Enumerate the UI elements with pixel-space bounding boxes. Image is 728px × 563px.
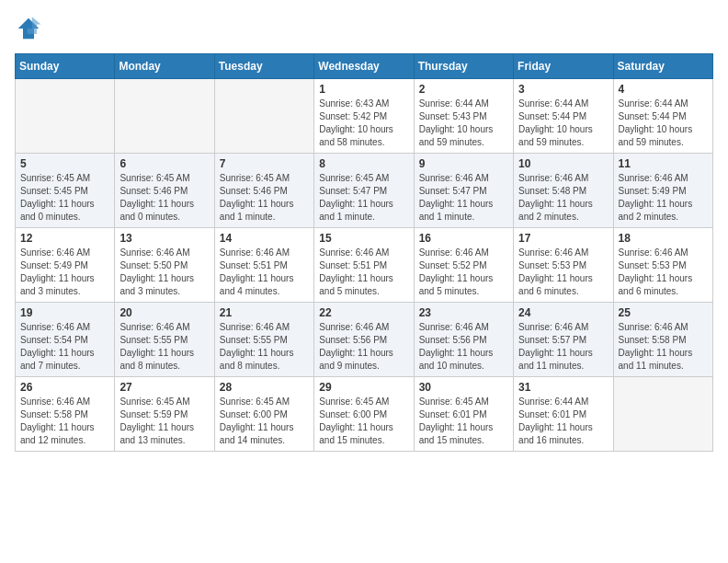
calendar-cell: 10Sunrise: 6:46 AM Sunset: 5:48 PM Dayli… — [514, 154, 613, 228]
col-header-thursday: Thursday — [414, 54, 513, 79]
calendar-cell: 4Sunrise: 6:44 AM Sunset: 5:44 PM Daylig… — [613, 79, 712, 154]
calendar-cell: 21Sunrise: 6:46 AM Sunset: 5:55 PM Dayli… — [214, 303, 313, 377]
calendar-cell: 28Sunrise: 6:45 AM Sunset: 6:00 PM Dayli… — [214, 377, 313, 452]
page-header — [15, 15, 713, 42]
day-info: Sunrise: 6:43 AM Sunset: 5:42 PM Dayligh… — [319, 98, 408, 149]
calendar-cell: 29Sunrise: 6:45 AM Sunset: 6:00 PM Dayli… — [314, 377, 414, 452]
calendar-cell: 23Sunrise: 6:46 AM Sunset: 5:56 PM Dayli… — [414, 303, 513, 377]
calendar-cell: 22Sunrise: 6:46 AM Sunset: 5:56 PM Dayli… — [314, 303, 414, 377]
calendar-cell: 25Sunrise: 6:46 AM Sunset: 5:58 PM Dayli… — [613, 303, 712, 377]
day-info: Sunrise: 6:44 AM Sunset: 6:01 PM Dayligh… — [518, 396, 608, 447]
col-header-saturday: Saturday — [613, 54, 712, 79]
col-header-tuesday: Tuesday — [214, 54, 313, 79]
day-number: 5 — [20, 157, 109, 170]
day-info: Sunrise: 6:45 AM Sunset: 6:00 PM Dayligh… — [319, 396, 408, 447]
day-info: Sunrise: 6:45 AM Sunset: 5:46 PM Dayligh… — [220, 172, 309, 224]
calendar-cell — [613, 377, 712, 452]
day-number: 7 — [220, 157, 309, 170]
calendar-cell: 17Sunrise: 6:46 AM Sunset: 5:53 PM Dayli… — [514, 228, 613, 303]
day-number: 8 — [319, 157, 408, 170]
day-number: 13 — [119, 232, 209, 245]
day-number: 21 — [220, 306, 309, 319]
day-info: Sunrise: 6:45 AM Sunset: 6:00 PM Dayligh… — [220, 396, 309, 447]
day-info: Sunrise: 6:45 AM Sunset: 5:47 PM Dayligh… — [319, 172, 408, 224]
day-number: 22 — [319, 306, 408, 319]
calendar-cell: 6Sunrise: 6:45 AM Sunset: 5:46 PM Daylig… — [115, 154, 214, 228]
calendar-cell: 2Sunrise: 6:44 AM Sunset: 5:43 PM Daylig… — [414, 79, 513, 154]
day-number: 11 — [619, 157, 708, 170]
day-info: Sunrise: 6:45 AM Sunset: 5:46 PM Dayligh… — [119, 172, 209, 224]
col-header-friday: Friday — [514, 54, 613, 79]
col-header-sunday: Sunday — [16, 54, 115, 79]
day-number: 14 — [220, 232, 309, 245]
day-number: 28 — [220, 381, 309, 394]
calendar-cell: 31Sunrise: 6:44 AM Sunset: 6:01 PM Dayli… — [514, 377, 613, 452]
calendar-cell: 7Sunrise: 6:45 AM Sunset: 5:46 PM Daylig… — [214, 154, 313, 228]
calendar-table: SundayMondayTuesdayWednesdayThursdayFrid… — [15, 53, 713, 452]
calendar-week-3: 12Sunrise: 6:46 AM Sunset: 5:49 PM Dayli… — [16, 228, 713, 303]
day-number: 15 — [319, 232, 408, 245]
day-number: 23 — [419, 306, 508, 319]
day-info: Sunrise: 6:46 AM Sunset: 5:58 PM Dayligh… — [20, 396, 109, 447]
calendar-cell: 3Sunrise: 6:44 AM Sunset: 5:44 PM Daylig… — [514, 79, 613, 154]
day-info: Sunrise: 6:46 AM Sunset: 5:55 PM Dayligh… — [119, 321, 209, 373]
calendar-cell: 30Sunrise: 6:45 AM Sunset: 6:01 PM Dayli… — [414, 377, 513, 452]
day-number: 26 — [20, 381, 109, 394]
day-info: Sunrise: 6:46 AM Sunset: 5:54 PM Dayligh… — [20, 321, 109, 373]
day-info: Sunrise: 6:45 AM Sunset: 5:45 PM Dayligh… — [20, 172, 109, 224]
day-number: 4 — [619, 83, 708, 96]
day-info: Sunrise: 6:46 AM Sunset: 5:51 PM Dayligh… — [319, 247, 408, 298]
day-number: 27 — [119, 381, 209, 394]
calendar-cell — [16, 79, 115, 154]
day-info: Sunrise: 6:46 AM Sunset: 5:53 PM Dayligh… — [518, 247, 608, 298]
calendar-cell — [214, 79, 313, 154]
day-info: Sunrise: 6:44 AM Sunset: 5:44 PM Dayligh… — [619, 98, 708, 149]
calendar-cell: 12Sunrise: 6:46 AM Sunset: 5:49 PM Dayli… — [16, 228, 115, 303]
day-info: Sunrise: 6:46 AM Sunset: 5:55 PM Dayligh… — [220, 321, 309, 373]
calendar-cell: 15Sunrise: 6:46 AM Sunset: 5:51 PM Dayli… — [314, 228, 414, 303]
day-info: Sunrise: 6:46 AM Sunset: 5:50 PM Dayligh… — [119, 247, 209, 298]
day-info: Sunrise: 6:46 AM Sunset: 5:58 PM Dayligh… — [619, 321, 708, 373]
day-number: 10 — [518, 157, 608, 170]
day-info: Sunrise: 6:46 AM Sunset: 5:56 PM Dayligh… — [419, 321, 508, 373]
col-header-monday: Monday — [115, 54, 214, 79]
day-info: Sunrise: 6:46 AM Sunset: 5:47 PM Dayligh… — [419, 172, 508, 224]
day-info: Sunrise: 6:46 AM Sunset: 5:48 PM Dayligh… — [518, 172, 608, 224]
day-number: 25 — [619, 306, 708, 319]
calendar-cell — [115, 79, 214, 154]
day-number: 3 — [518, 83, 608, 96]
header-row: SundayMondayTuesdayWednesdayThursdayFrid… — [16, 54, 713, 79]
calendar-cell: 16Sunrise: 6:46 AM Sunset: 5:52 PM Dayli… — [414, 228, 513, 303]
calendar-week-4: 19Sunrise: 6:46 AM Sunset: 5:54 PM Dayli… — [16, 303, 713, 377]
day-number: 9 — [419, 157, 508, 170]
calendar-cell: 19Sunrise: 6:46 AM Sunset: 5:54 PM Dayli… — [16, 303, 115, 377]
day-info: Sunrise: 6:46 AM Sunset: 5:53 PM Dayligh… — [619, 247, 708, 298]
day-number: 31 — [518, 381, 608, 394]
calendar-week-1: 1Sunrise: 6:43 AM Sunset: 5:42 PM Daylig… — [16, 79, 713, 154]
calendar-week-2: 5Sunrise: 6:45 AM Sunset: 5:45 PM Daylig… — [16, 154, 713, 228]
day-info: Sunrise: 6:44 AM Sunset: 5:43 PM Dayligh… — [419, 98, 508, 149]
calendar-cell: 14Sunrise: 6:46 AM Sunset: 5:51 PM Dayli… — [214, 228, 313, 303]
calendar-cell: 27Sunrise: 6:45 AM Sunset: 5:59 PM Dayli… — [115, 377, 214, 452]
day-info: Sunrise: 6:46 AM Sunset: 5:49 PM Dayligh… — [619, 172, 708, 224]
day-number: 20 — [119, 306, 209, 319]
day-number: 6 — [119, 157, 209, 170]
day-number: 12 — [20, 232, 109, 245]
day-info: Sunrise: 6:46 AM Sunset: 5:52 PM Dayligh… — [419, 247, 508, 298]
day-number: 18 — [619, 232, 708, 245]
calendar-cell: 1Sunrise: 6:43 AM Sunset: 5:42 PM Daylig… — [314, 79, 414, 154]
logo — [15, 15, 46, 42]
calendar-cell: 24Sunrise: 6:46 AM Sunset: 5:57 PM Dayli… — [514, 303, 613, 377]
day-number: 19 — [20, 306, 109, 319]
day-number: 29 — [319, 381, 408, 394]
calendar-cell: 11Sunrise: 6:46 AM Sunset: 5:49 PM Dayli… — [613, 154, 712, 228]
day-number: 30 — [419, 381, 508, 394]
calendar-cell: 18Sunrise: 6:46 AM Sunset: 5:53 PM Dayli… — [613, 228, 712, 303]
day-number: 16 — [419, 232, 508, 245]
day-number: 24 — [518, 306, 608, 319]
col-header-wednesday: Wednesday — [314, 54, 414, 79]
day-info: Sunrise: 6:44 AM Sunset: 5:44 PM Dayligh… — [518, 98, 608, 149]
calendar-cell: 9Sunrise: 6:46 AM Sunset: 5:47 PM Daylig… — [414, 154, 513, 228]
day-number: 17 — [518, 232, 608, 245]
calendar-cell: 13Sunrise: 6:46 AM Sunset: 5:50 PM Dayli… — [115, 228, 214, 303]
